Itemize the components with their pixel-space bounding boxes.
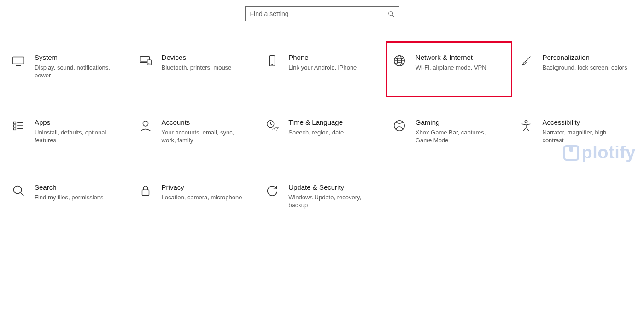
svg-point-25: [394, 121, 405, 131]
tile-desc: Display, sound, notifications, power: [35, 64, 121, 79]
tile-desc: Your accounts, email, sync, work, family: [162, 128, 248, 144]
account-icon: [138, 118, 153, 134]
svg-line-31: [21, 193, 24, 196]
settings-tile-system[interactable]: System Display, sound, notifications, po…: [5, 48, 132, 84]
svg-point-20: [143, 121, 148, 126]
accessibility-icon: [518, 118, 534, 134]
tile-title: Gaming: [416, 118, 502, 127]
time-language-icon: A字: [264, 118, 280, 134]
svg-line-28: [524, 128, 527, 131]
magnifier-icon: [11, 183, 26, 198]
tile-title: Privacy: [162, 183, 242, 192]
settings-tile-gaming[interactable]: Gaming Xbox Game Bar, captures, Game Mod…: [386, 113, 513, 149]
tile-title: Accessibility: [542, 118, 629, 127]
tile-desc: Wi-Fi, airplane mode, VPN: [416, 64, 486, 71]
settings-tile-devices[interactable]: Devices Bluetooth, printers, mouse: [132, 48, 259, 84]
svg-line-29: [526, 128, 529, 131]
tile-title: Update & Security: [288, 183, 375, 192]
lock-icon: [138, 183, 153, 198]
settings-tile-accessibility[interactable]: Accessibility Narrator, magnifier, high …: [512, 113, 639, 149]
tile-desc: Background, lock screen, colors: [542, 64, 627, 71]
svg-line-23: [270, 124, 272, 125]
svg-point-30: [14, 186, 22, 194]
tile-title: Accounts: [162, 118, 248, 127]
tile-desc: Speech, region, date: [288, 128, 344, 136]
tile-title: Network & Internet: [416, 53, 486, 62]
tile-title: Time & Language: [288, 118, 344, 127]
settings-search-input[interactable]: [250, 10, 384, 17]
settings-tile-privacy[interactable]: Privacy Location, camera, microphone: [132, 178, 259, 214]
settings-search-box[interactable]: [245, 6, 399, 21]
settings-tile-network[interactable]: Network & Internet Wi-Fi, airplane mode,…: [386, 41, 513, 97]
svg-point-7: [148, 64, 149, 64]
svg-rect-16: [14, 128, 16, 130]
globe-icon: [392, 53, 407, 69]
paintbrush-icon: [518, 53, 534, 69]
svg-text:A字: A字: [272, 127, 279, 131]
tile-desc: Find my files, permissions: [35, 193, 104, 201]
svg-rect-14: [14, 122, 16, 124]
tile-title: Apps: [35, 118, 121, 127]
settings-tile-accounts[interactable]: Accounts Your accounts, email, sync, wor…: [132, 113, 259, 149]
tile-title: System: [35, 53, 121, 62]
settings-tile-phone[interactable]: Phone Link your Android, iPhone: [258, 48, 386, 84]
svg-point-26: [525, 121, 528, 123]
tile-desc: Uninstall, defaults, optional features: [35, 128, 121, 144]
svg-point-8: [150, 64, 150, 64]
svg-point-10: [272, 64, 273, 65]
svg-rect-32: [142, 190, 149, 195]
svg-rect-15: [14, 125, 16, 127]
xbox-icon: [392, 118, 407, 134]
tile-title: Devices: [162, 53, 232, 62]
svg-point-0: [388, 12, 392, 16]
tile-desc: Location, camera, microphone: [162, 193, 242, 201]
tile-title: Search: [35, 183, 104, 192]
update-icon: [264, 183, 280, 198]
tile-title: Phone: [288, 53, 357, 62]
tile-title: Personalization: [542, 53, 627, 62]
apps-icon: [11, 118, 26, 134]
search-icon: [388, 11, 394, 17]
tile-desc: Link your Android, iPhone: [288, 64, 357, 71]
display-icon: [11, 53, 26, 69]
svg-rect-2: [13, 57, 24, 64]
tile-desc: Xbox Game Bar, captures, Game Mode: [416, 128, 502, 144]
svg-line-1: [392, 15, 394, 17]
settings-tile-update-security[interactable]: Update & Security Windows Update, recove…: [258, 178, 386, 214]
devices-icon: [138, 53, 153, 69]
tile-desc: Narrator, magnifier, high contrast: [542, 128, 629, 144]
settings-tile-time-language[interactable]: A字 Time & Language Speech, region, date: [258, 113, 386, 149]
tile-desc: Windows Update, recovery, backup: [288, 193, 375, 209]
svg-rect-6: [147, 60, 151, 65]
tile-desc: Bluetooth, printers, mouse: [162, 64, 232, 71]
settings-tile-search[interactable]: Search Find my files, permissions: [5, 178, 132, 214]
settings-tile-personalization[interactable]: Personalization Background, lock screen,…: [512, 48, 639, 84]
phone-icon: [264, 53, 280, 69]
settings-tile-apps[interactable]: Apps Uninstall, defaults, optional featu…: [5, 113, 132, 149]
